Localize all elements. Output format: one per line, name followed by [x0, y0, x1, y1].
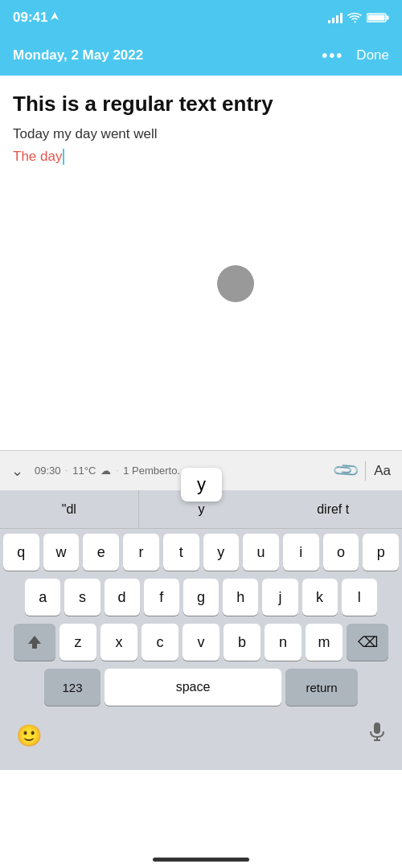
content-area: This is a regular text entry Today my da… [0, 76, 402, 178]
status-time: 09:41 [13, 10, 59, 26]
shift-button[interactable] [14, 624, 55, 661]
battery-icon [367, 12, 389, 23]
key-row-4: 123 space return [3, 669, 399, 706]
separator: · [66, 466, 68, 475]
done-button[interactable]: Done [356, 47, 389, 63]
backspace-button[interactable]: ⌫ [347, 624, 388, 661]
backspace-icon: ⌫ [358, 633, 378, 651]
key-q[interactable]: q [3, 534, 39, 571]
key-row-2: a s d f g h j k l [3, 579, 399, 616]
svg-marker-0 [51, 12, 59, 20]
nav-date: Monday, 2 May 2022 [13, 47, 143, 63]
typed-text[interactable]: The day [13, 149, 64, 165]
time-display: 09:41 [13, 10, 47, 26]
cloud-icon: ☁ [100, 465, 111, 477]
key-m[interactable]: m [306, 624, 343, 661]
suggestion-left[interactable]: "dl [0, 490, 139, 528]
key-r[interactable]: r [123, 534, 159, 571]
svg-rect-3 [368, 15, 385, 21]
attachment-button[interactable]: 📎 [331, 456, 361, 485]
toolbar-location: 1 Pemberto... [123, 465, 186, 477]
suggestion-middle-label: y [199, 502, 205, 517]
key-f[interactable]: f [144, 579, 179, 616]
key-w[interactable]: w [43, 534, 80, 571]
key-b[interactable]: b [224, 624, 260, 661]
status-icons [328, 12, 389, 23]
toolbar-time: 09:30 [35, 465, 61, 477]
key-o[interactable]: o [323, 534, 359, 571]
return-button[interactable]: return [285, 669, 358, 706]
suggestion-right[interactable]: diref t [264, 490, 402, 528]
key-i[interactable]: i [283, 534, 319, 571]
font-button[interactable]: Aa [374, 463, 391, 479]
shift-icon [27, 634, 43, 650]
suggestion-bar: "dl y y diref t [0, 490, 402, 529]
space-button[interactable]: space [105, 669, 281, 706]
drag-handle[interactable] [217, 265, 254, 302]
entry-body: Today my day went well [13, 126, 389, 142]
svg-rect-5 [374, 723, 380, 734]
key-k[interactable]: k [302, 579, 338, 616]
key-n[interactable]: n [265, 624, 302, 661]
key-row-1: q w e r t y u i o p [3, 534, 399, 571]
key-u[interactable]: u [243, 534, 279, 571]
numbers-button[interactable]: 123 [44, 669, 100, 706]
typed-content: The day [13, 149, 62, 165]
suggestion-right-text: diref t [317, 502, 349, 517]
key-s[interactable]: s [64, 579, 100, 616]
key-e[interactable]: e [83, 534, 119, 571]
svg-rect-2 [387, 16, 389, 20]
key-row-3: z x c v b n m ⌫ [3, 624, 399, 661]
suggestion-middle-text: y [197, 474, 206, 494]
key-rows: q w e r t y u i o p a s d f g h j k l [0, 529, 402, 706]
text-cursor [63, 149, 64, 165]
home-indicator [153, 858, 249, 862]
key-g[interactable]: g [183, 579, 219, 616]
more-options-button[interactable]: ••• [322, 47, 343, 65]
microphone-icon [368, 723, 386, 743]
key-l[interactable]: l [342, 579, 377, 616]
key-p[interactable]: p [363, 534, 399, 571]
toolbar-temp: 11°C [72, 465, 96, 477]
status-bar: 09:41 [0, 0, 402, 35]
toolbar-divider [365, 461, 366, 481]
wifi-icon [347, 12, 362, 23]
toolbar-right-actions: 📎 Aa [335, 461, 391, 481]
key-v[interactable]: v [183, 624, 219, 661]
key-d[interactable]: d [105, 579, 140, 616]
location-arrow-icon [51, 12, 59, 23]
nav-actions: ••• Done [322, 47, 389, 65]
key-a[interactable]: a [25, 579, 60, 616]
toolbar-collapse-button[interactable]: ⌄ [11, 462, 23, 480]
nav-bar: Monday, 2 May 2022 ••• Done [0, 35, 402, 76]
suggestion-bubble[interactable]: y [181, 468, 222, 502]
key-j[interactable]: j [262, 579, 297, 616]
key-t[interactable]: t [163, 534, 199, 571]
key-z[interactable]: z [59, 624, 96, 661]
emoji-button[interactable]: 🙂 [16, 723, 42, 748]
keyboard: "dl y y diref t q w e r t y u i o p [0, 490, 402, 770]
separator2: · [116, 466, 118, 475]
keyboard-bottom-bar: 🙂 [0, 714, 402, 754]
suggestion-middle-container: y y [139, 490, 265, 528]
mic-button[interactable] [368, 723, 386, 748]
suggestion-left-text: "dl [62, 502, 76, 517]
signal-icon [328, 12, 343, 23]
key-c[interactable]: c [142, 624, 178, 661]
svg-marker-4 [28, 636, 41, 649]
key-h[interactable]: h [223, 579, 258, 616]
key-x[interactable]: x [100, 624, 137, 661]
entry-title: This is a regular text entry [13, 92, 389, 117]
key-y[interactable]: y [203, 534, 240, 571]
